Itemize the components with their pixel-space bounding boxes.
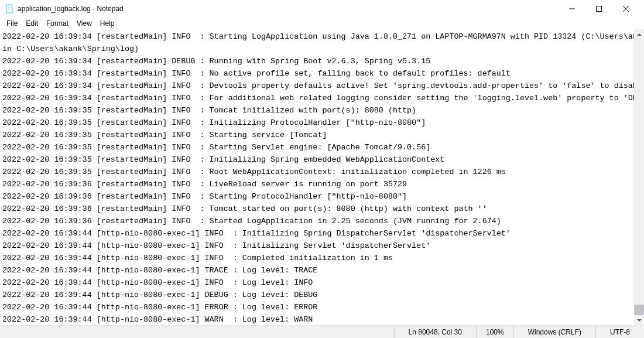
window-title: application_logback.log - Notepad <box>18 5 559 13</box>
status-zoom: 100% <box>476 326 513 338</box>
close-button[interactable] <box>612 0 639 18</box>
vertical-scrollbar[interactable] <box>634 29 644 325</box>
minimize-button[interactable] <box>559 0 585 18</box>
menu-help[interactable]: Help <box>96 18 119 29</box>
titlebar: application_logback.log - Notepad <box>0 0 644 18</box>
menu-view[interactable]: View <box>73 18 96 29</box>
scroll-thumb[interactable] <box>634 305 644 315</box>
text-area[interactable]: 2022-02-20 16:39:34 [restartedMain] INFO… <box>0 29 634 325</box>
scroll-up-arrow[interactable] <box>634 29 644 39</box>
scroll-track[interactable] <box>634 39 644 315</box>
statusbar: Ln 80048, Col 30 100% Windows (CRLF) UTF… <box>0 325 644 338</box>
menu-format[interactable]: Format <box>42 18 73 29</box>
menubar: File Edit Format View Help <box>0 18 644 29</box>
menu-edit[interactable]: Edit <box>22 18 42 29</box>
svg-marker-9 <box>637 319 642 322</box>
window-controls <box>559 0 639 18</box>
svg-marker-8 <box>637 33 642 36</box>
scroll-down-arrow[interactable] <box>634 315 644 325</box>
status-encoding: UTF-8 <box>595 326 644 338</box>
status-line-ending: Windows (CRLF) <box>513 326 595 338</box>
maximize-button[interactable] <box>585 0 612 18</box>
notepad-icon <box>5 4 14 13</box>
svg-rect-5 <box>597 6 602 12</box>
status-position: Ln 80048, Col 30 <box>394 326 476 338</box>
menu-file[interactable]: File <box>2 18 22 29</box>
content-wrapper: 2022-02-20 16:39:34 [restartedMain] INFO… <box>0 29 644 325</box>
